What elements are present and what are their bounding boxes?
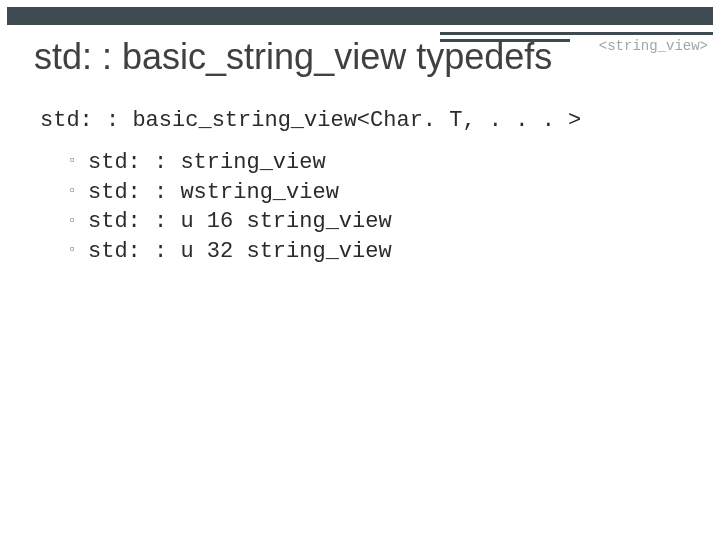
bullet-icon: ▫ xyxy=(70,211,88,229)
bullet-icon: ▫ xyxy=(70,151,88,169)
header-tag: <string_view> xyxy=(599,38,708,54)
list-item: ▫std: : wstring_view xyxy=(70,178,392,208)
bullet-icon: ▫ xyxy=(70,240,88,258)
list-item-label: std: : wstring_view xyxy=(88,180,339,205)
list-item-label: std: : u 16 string_view xyxy=(88,209,392,234)
list-item-label: std: : string_view xyxy=(88,150,326,175)
list-item: ▫std: : string_view xyxy=(70,148,392,178)
bullet-icon: ▫ xyxy=(70,181,88,199)
list-item: ▫std: : u 32 string_view xyxy=(70,237,392,267)
accent-line-top xyxy=(440,32,713,35)
typedef-list: ▫std: : string_view ▫std: : wstring_view… xyxy=(70,148,392,267)
list-item: ▫std: : u 16 string_view xyxy=(70,207,392,237)
template-heading: std: : basic_string_view<Char. T, . . . … xyxy=(40,108,581,133)
top-decorative-band xyxy=(7,7,713,25)
slide: <string_view> std: : basic_string_view t… xyxy=(0,0,720,540)
list-item-label: std: : u 32 string_view xyxy=(88,239,392,264)
slide-title: std: : basic_string_view typedefs xyxy=(34,36,552,78)
